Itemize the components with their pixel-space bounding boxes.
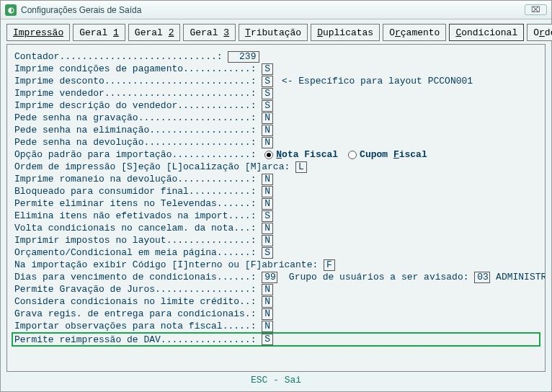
row-considera-condicionais: Considera condicionais no limite crédito… (14, 295, 538, 308)
volta-condicionais-field[interactable]: N (262, 223, 273, 234)
grav-juros-field[interactable]: N (262, 284, 273, 295)
bloqueado-consumidor-field[interactable]: N (262, 186, 273, 197)
ordem-impressao-field[interactable]: L (295, 161, 307, 173)
permite-eliminar-tv-field[interactable]: N (262, 198, 273, 210)
row-dias-vencimento: Dias para vencimento de condicionais....… (14, 271, 538, 283)
tab-geral-3[interactable]: Geral 3 (183, 24, 236, 41)
row-pede-senha-devolucao: Pede senha na devolução.................… (14, 136, 538, 148)
row-permite-gravacao-juros: Permite Gravação de Juros...............… (14, 283, 538, 295)
row-permite-eliminar-televendas: Permite eliminar itens no Televendas....… (14, 197, 538, 210)
pede-senha-devolucao-field[interactable]: N (262, 137, 273, 148)
radio-cupom-fiscal[interactable]: Cupom Fiscal (348, 148, 427, 161)
tab-impressao[interactable]: Impressão (6, 24, 70, 41)
titlebar: ◐ Configurações Gerais de Saída ⌧ (1, 1, 551, 19)
footer-hint: ESC - Sai (6, 372, 546, 390)
row-contador: Contador............................: 23… (14, 50, 538, 63)
row-pede-senha-eliminacao: Pede senha na eliminação................… (14, 124, 538, 136)
content-area: Impressão Geral 1 Geral 2 Geral 3 Tribut… (1, 19, 551, 391)
import-radio-group: Nota Fiscal Cupom Fiscal (264, 148, 427, 161)
grupo-usuarios-name: ADMINISTRA (490, 271, 546, 283)
tab-ordem-cred[interactable]: Ordem Cred. (527, 24, 552, 41)
permite-reimp-dav-field[interactable]: S (262, 334, 273, 345)
row-imprimir-impostos: Imprimir impostos no layout.............… (14, 234, 538, 246)
considera-cond-field[interactable]: N (262, 296, 273, 308)
row-permite-reimpressao-dav: Permite reimpressão de DAV..............… (12, 332, 540, 347)
tab-tributacao[interactable]: Tributação (239, 24, 308, 41)
imprime-desconto-field[interactable]: S (262, 76, 273, 87)
radio-dot-icon (264, 151, 273, 159)
row-grava-regis-entrega: Grava regis. de entrega para condicionai… (14, 308, 538, 320)
importacao-codigo-field[interactable]: F (324, 259, 335, 271)
radio-nota-fiscal[interactable]: Nota Fiscal (264, 148, 338, 161)
imprime-condicoes-field[interactable]: S (262, 63, 273, 75)
tab-bar: Impressão Geral 1 Geral 2 Geral 3 Tribut… (6, 24, 546, 41)
row-orcamento-meia-pagina: Orçamento/Condicional em meia página....… (14, 246, 538, 259)
row-imprime-romaneio: Imprime romaneio na devolução...........… (14, 173, 538, 185)
tab-condicional[interactable]: Condicional (449, 24, 524, 41)
tab-duplicatas[interactable]: Duplicatas (311, 24, 380, 41)
tab-geral-2[interactable]: Geral 2 (128, 24, 181, 41)
settings-panel: Contador............................: 23… (6, 44, 546, 372)
window: ◐ Configurações Gerais de Saída ⌧ Impres… (0, 0, 552, 392)
dias-vencimento-field[interactable]: 99 (262, 272, 277, 283)
radio-dot-icon (348, 151, 357, 159)
window-title: Configurações Gerais de Saída (21, 5, 525, 15)
pede-senha-eliminacao-field[interactable]: N (262, 125, 273, 136)
app-icon: ◐ (5, 4, 17, 16)
imprime-romaneio-field[interactable]: N (262, 174, 273, 185)
imprime-desconto-note: <- Específico para layout PCCON001 (276, 75, 473, 87)
imprime-desc-vendedor-field[interactable]: S (262, 100, 273, 112)
tab-orcamento[interactable]: Orçamento (383, 24, 446, 41)
imprimir-impostos-field[interactable]: N (262, 235, 273, 246)
elimina-itens-field[interactable]: S (262, 210, 273, 222)
import-obs-field[interactable]: N (262, 321, 273, 332)
row-ordem-impressao: Ordem de impressão [S]eção [L]ocalização… (14, 161, 538, 173)
contador-field[interactable]: 239 (228, 51, 259, 63)
grava-regis-field[interactable]: N (262, 308, 273, 320)
grupo-usuarios-field[interactable]: 03 (474, 272, 490, 283)
row-elimina-itens-import: Elimina itens não efetivados na import..… (14, 210, 538, 222)
row-imprime-condicoes: Imprime condições de pagamento..........… (14, 63, 538, 75)
grupo-usuarios-label: Grupo de usuários a ser avisado: (277, 271, 474, 283)
pede-senha-gravacao-field[interactable]: N (262, 112, 273, 124)
row-pede-senha-gravacao: Pede senha na gravação..................… (14, 112, 538, 124)
imprime-vendedor-field[interactable]: S (262, 88, 273, 99)
orcamento-meia-field[interactable]: S (262, 247, 273, 259)
row-opcao-padrao-importacao: Opção padrão para importação............… (14, 148, 538, 161)
row-importar-observacoes: Importar observações para nota fiscal...… (14, 320, 538, 332)
row-bloqueado-consumidor: Bloqueado para consumidor final.........… (14, 185, 538, 197)
row-imprime-desconto: Imprime desconto........................… (14, 75, 538, 87)
row-importacao-codigo: Na importação exibir Código [I]nterno ou… (14, 259, 538, 271)
contador-label: Contador............................: (14, 50, 228, 63)
close-button[interactable]: ⌧ (525, 4, 547, 15)
row-imprime-vendedor: Imprime vendedor........................… (14, 87, 538, 99)
row-imprime-desc-vendedor: Imprime descrição do vendedor...........… (14, 99, 538, 112)
row-volta-condicionais: Volta condicionais no cancelam. da nota.… (14, 222, 538, 234)
tab-geral-1[interactable]: Geral 1 (73, 24, 125, 41)
